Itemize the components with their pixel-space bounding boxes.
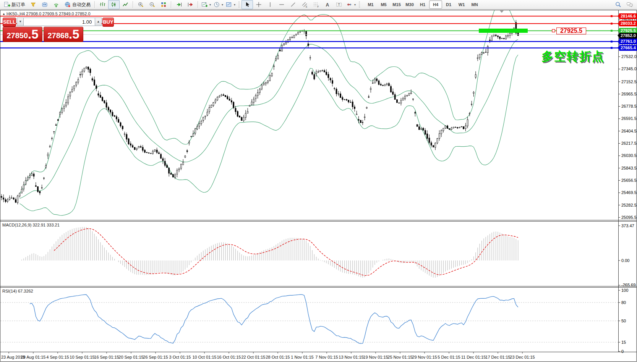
text-label-tool-button[interactable]: T	[333, 0, 345, 9]
timeframe-m5[interactable]: M5	[377, 0, 390, 9]
toolbar-separator	[133, 1, 133, 8]
svg-text:F: F	[318, 5, 319, 8]
vertical-line-tool-button[interactable]	[264, 0, 276, 9]
price-callout-box[interactable]: 27925.5	[556, 28, 586, 34]
buy-price-pips: .5	[69, 28, 79, 40]
macd-name: MACD(12,26,9)	[2, 223, 31, 227]
zoom-in-icon	[137, 1, 144, 8]
expert-advisors-button[interactable]	[39, 0, 50, 9]
expert-advisor-icon	[41, 1, 48, 8]
volume-increase-button[interactable]: ▲	[95, 18, 102, 26]
trade-panel-top-row: SELL ▼ ▲ BUY	[3, 18, 85, 26]
signals-button[interactable]	[50, 0, 62, 9]
channel-tool-button[interactable]: E	[299, 0, 310, 9]
chevron-down-icon: ▾	[234, 3, 235, 6]
horizontal-line-icon	[278, 1, 285, 8]
script-icon	[30, 1, 37, 8]
tile-windows-button[interactable]	[158, 0, 169, 9]
macd-indicator-label: MACD(12,26,9) 322.91 333.21	[2, 223, 60, 227]
rsi-value: 67.3262	[18, 289, 33, 293]
auto-scroll-icon	[175, 1, 182, 8]
chevron-down-icon: ▾	[209, 3, 211, 6]
zoom-out-button[interactable]	[146, 0, 158, 9]
chat-button[interactable]	[624, 0, 635, 9]
sell-price-main: 27850	[6, 31, 28, 40]
timeframe-h4[interactable]: H4	[429, 0, 442, 9]
timeframe-d1[interactable]: D1	[442, 0, 455, 9]
timeframe-m30[interactable]: M30	[403, 0, 416, 9]
templates-button[interactable]: ▾	[224, 0, 237, 9]
zoom-in-button[interactable]	[135, 0, 146, 9]
svg-text:T: T	[338, 3, 340, 6]
chart-bars-button[interactable]	[97, 0, 108, 9]
indicators-button[interactable]: ▾	[200, 0, 212, 9]
rsi-name: RSI(14)	[2, 289, 17, 293]
timeframe-mn[interactable]: MN	[468, 0, 481, 9]
volume-decrease-button[interactable]: ▼	[17, 18, 24, 26]
timeframe-m1[interactable]: M1	[364, 0, 377, 9]
auto-trading-button[interactable]: 自动交易	[62, 0, 93, 9]
indicators-icon	[201, 1, 208, 8]
main-toolbar: 新订单 自动交易	[0, 0, 637, 10]
text-label-icon: T	[336, 1, 342, 8]
clock-icon	[213, 1, 220, 8]
fibonacci-tool-button[interactable]: F	[310, 0, 322, 9]
trade-panel-price-row: 27850.5 27868.5	[3, 27, 85, 42]
sell-price-pips: .5	[28, 28, 39, 40]
tile-windows-icon	[160, 1, 167, 8]
toolbar-grip	[359, 2, 360, 8]
volume-input[interactable]	[24, 18, 95, 26]
chart-ohlc-values: 27908.0 27909.5 27849.0 27852.0	[26, 11, 90, 16]
one-click-trading-panel: SELL ▼ ▲ BUY 27850.5 27868.5	[3, 18, 85, 42]
chart-line-button[interactable]	[120, 0, 131, 9]
periods-button[interactable]: ▾	[212, 0, 224, 9]
toolbar-separator	[171, 1, 172, 8]
search-button[interactable]	[613, 0, 624, 9]
fibonacci-icon: F	[313, 1, 319, 8]
cursor-tool-button[interactable]	[242, 0, 253, 9]
volume-spinner: ▼ ▲	[17, 18, 102, 26]
toolbar-separator	[198, 1, 198, 8]
new-order-label: 新订单	[11, 2, 25, 8]
auto-scroll-button[interactable]	[173, 0, 185, 9]
timeframe-m15[interactable]: M15	[390, 0, 403, 9]
buy-button[interactable]: BUY	[102, 18, 113, 27]
arrow-objects-icon	[346, 1, 353, 8]
line-chart-icon	[122, 1, 129, 8]
chevron-down-icon: ▾	[354, 3, 356, 6]
text-icon: A	[324, 1, 331, 8]
chinese-annotation-text: 多空转折点	[541, 49, 605, 65]
new-order-button[interactable]: 新订单	[1, 0, 28, 9]
sell-price-button[interactable]: 27850.5	[3, 27, 42, 42]
timeframe-h1[interactable]: H1	[416, 0, 429, 9]
symbol-marker-icon: ▲	[2, 12, 5, 16]
vertical-line-icon	[267, 1, 274, 8]
chart-title: ▲HK50-,H4 27908.0 27909.5 27849.0 27852.…	[2, 11, 91, 16]
cursor-icon	[244, 1, 251, 8]
buy-price-button[interactable]: 27868.5	[44, 27, 83, 42]
rsi-indicator-label: RSI(14) 67.3262	[2, 289, 33, 293]
toolbar-separator	[94, 1, 95, 8]
new-order-icon	[3, 1, 10, 8]
svg-text:A: A	[326, 2, 329, 8]
chart-shift-button[interactable]	[185, 0, 196, 9]
search-icon	[615, 1, 622, 8]
macd-values: 322.91 333.21	[32, 223, 59, 227]
trendline-icon	[290, 1, 297, 8]
chart-candles-button[interactable]	[108, 0, 120, 9]
zoom-out-icon	[149, 1, 156, 8]
crosshair-tool-button[interactable]	[253, 0, 264, 9]
trendline-tool-button[interactable]	[287, 0, 299, 9]
chat-bubbles-icon	[626, 1, 634, 8]
crosshair-icon	[255, 1, 262, 8]
sell-button[interactable]: SELL	[3, 18, 16, 27]
signals-icon	[53, 1, 60, 8]
horizontal-line-tool-button[interactable]	[276, 0, 287, 9]
arrows-tool-button[interactable]: ▾	[345, 0, 357, 9]
text-tool-button[interactable]: A	[322, 0, 333, 9]
scripts-button[interactable]	[28, 0, 39, 9]
svg-text:E: E	[306, 5, 308, 8]
timeframe-w1[interactable]: W1	[455, 0, 468, 9]
chart-shift-icon	[187, 1, 194, 8]
application-window: 新订单 自动交易	[0, 0, 637, 364]
